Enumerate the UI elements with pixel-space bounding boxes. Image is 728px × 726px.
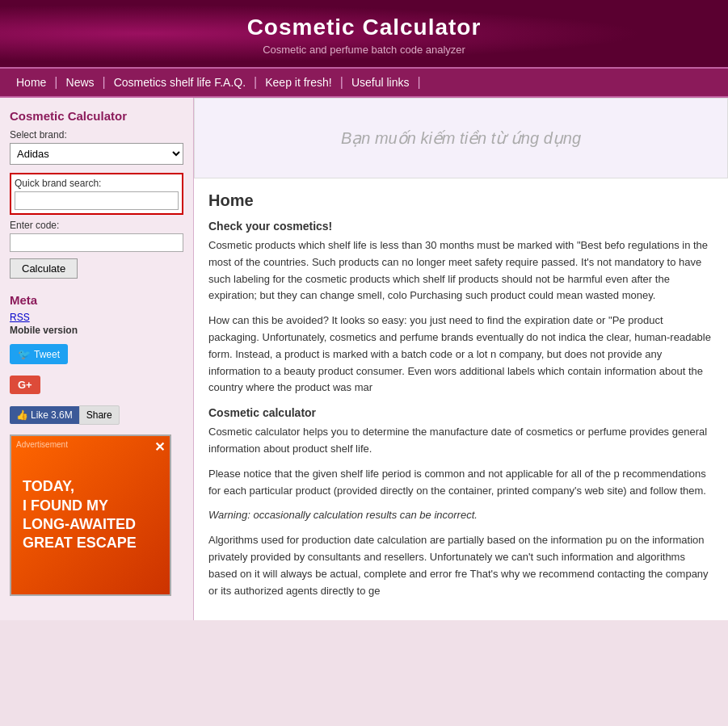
ad-line4: GREAT ESCAPE xyxy=(23,534,137,552)
nav-sep-5: | xyxy=(417,75,420,90)
main-content: Bạn muốn kiếm tiền từ ứng dụng Home Chec… xyxy=(194,98,728,620)
site-subtitle: Cosmetic and perfume batch code analyzer xyxy=(8,44,720,56)
code-input[interactable] xyxy=(10,233,183,252)
home-heading: Home xyxy=(208,191,713,210)
advertisement-banner: Advertisement ✕ TODAY, I FOUND MY LONG-A… xyxy=(10,434,171,596)
check-cosmetics-p1: Cosmetic products which shelf life is le… xyxy=(208,237,713,304)
site-header: Cosmetic Calculator Cosmetic and perfume… xyxy=(0,0,728,67)
mobile-version-link[interactable]: Mobile version xyxy=(10,325,183,336)
select-brand-label: Select brand: xyxy=(10,129,183,141)
ad-line1: TODAY, xyxy=(23,477,74,496)
content-area: Home Check your cosmetics! Cosmetic prod… xyxy=(194,178,728,620)
nav-news[interactable]: News xyxy=(58,76,103,89)
banner-text: Bạn muốn kiếm tiền từ ứng dụng xyxy=(341,128,581,148)
quick-search-input[interactable] xyxy=(15,191,179,210)
quick-search-label: Quick brand search: xyxy=(15,178,179,189)
ad-line3: LONG-AWAITED xyxy=(23,515,136,534)
cosmetic-calc-heading: Cosmetic calculator xyxy=(208,406,713,419)
cosmetic-calc-p2: Please notice that the given shelf life … xyxy=(208,466,713,500)
tweet-button[interactable]: 🐦 Tweet xyxy=(10,344,68,364)
sidebar-title: Cosmetic Calculator xyxy=(10,109,183,123)
site-title: Cosmetic Calculator xyxy=(8,15,720,40)
warning-detail: Algorithms used for production date calc… xyxy=(208,532,713,599)
ad-line2: I FOUND MY xyxy=(23,497,108,515)
fb-like-button[interactable]: 👍 Like 3.6M xyxy=(10,406,79,424)
gplus-button[interactable]: G+ xyxy=(10,376,40,394)
top-banner: Bạn muốn kiếm tiền từ ứng dụng xyxy=(194,98,728,178)
ad-close-icon[interactable]: ✕ xyxy=(154,439,165,456)
nav-faq[interactable]: Cosmetics shelf life F.A.Q. xyxy=(106,76,254,89)
cosmetic-calc-p1: Cosmetic calculator helps you to determi… xyxy=(208,424,713,458)
calculate-button[interactable]: Calculate xyxy=(10,258,78,279)
nav-home[interactable]: Home xyxy=(8,76,54,89)
rss-link[interactable]: RSS xyxy=(10,312,183,323)
meta-title: Meta xyxy=(10,293,183,307)
twitter-icon: 🐦 xyxy=(18,348,31,360)
nav-links[interactable]: Useful links xyxy=(343,76,418,89)
fb-like-wrap: 👍 Like 3.6M Share xyxy=(10,405,120,425)
check-cosmetics-p2: How can this be avoided? It looks so eas… xyxy=(208,313,713,397)
sidebar: Cosmetic Calculator Select brand: Adidas… xyxy=(0,98,194,620)
fb-share-button[interactable]: Share xyxy=(79,405,120,425)
check-cosmetics-heading: Check your cosmetics! xyxy=(208,220,713,233)
fb-icon: 👍 xyxy=(16,409,28,421)
page-layout: Cosmetic Calculator Select brand: Adidas… xyxy=(0,98,728,620)
ad-label: Advertisement xyxy=(16,439,68,450)
warning-text: Warning: occasionally calculation result… xyxy=(208,507,713,524)
enter-code-label: Enter code: xyxy=(10,220,183,231)
nav-fresh[interactable]: Keep it fresh! xyxy=(257,76,340,89)
main-nav: Home | News | Cosmetics shelf life F.A.Q… xyxy=(0,67,728,98)
quick-search-box: Quick brand search: xyxy=(10,173,183,215)
brand-select[interactable]: Adidas xyxy=(10,143,183,165)
